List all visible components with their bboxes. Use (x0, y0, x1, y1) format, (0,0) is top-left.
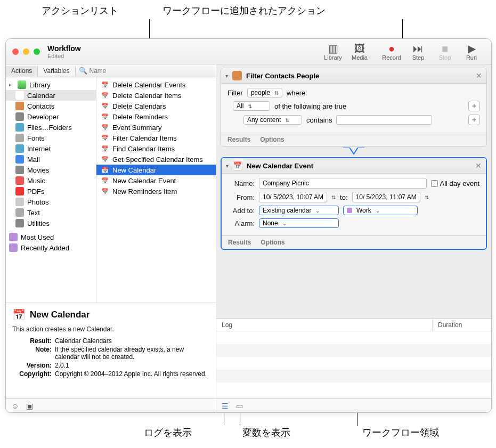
disclosure-icon[interactable]: ▾ (226, 163, 229, 169)
library-toolbar-button[interactable]: ▥Library (320, 43, 346, 61)
action-new-calendar[interactable]: 📅New Calendar (96, 165, 216, 175)
sidebar-item-photos[interactable]: Photos (6, 197, 96, 207)
close-window-button[interactable] (12, 48, 19, 55)
category-icon (15, 102, 24, 110)
step-toolbar-button[interactable]: ⏭Step (405, 43, 432, 61)
sidebar-item-pdfs[interactable]: PDFs (6, 186, 96, 197)
sidebar-item-calendar[interactable]: Calendar (6, 90, 96, 101)
sidebar-item-contacts[interactable]: Contacts (6, 101, 96, 111)
action-label: New Calendar (112, 166, 156, 174)
from-date-input[interactable]: 10/ 5/2023, 10:07 AM (259, 192, 327, 202)
window-controls (12, 48, 40, 55)
add-to-select[interactable]: Existing calendar (259, 206, 339, 215)
action-event-summary[interactable]: 📅Event Summary (96, 122, 216, 133)
search-input[interactable] (87, 66, 213, 76)
sidebar-item-mail[interactable]: Mail (6, 154, 96, 165)
sidebar-item-text[interactable]: Text (6, 207, 96, 218)
tab-actions[interactable]: Actions (6, 66, 38, 76)
action-label: Event Summary (112, 124, 161, 132)
action-new-reminders-item[interactable]: 📅New Reminders Item (96, 186, 216, 197)
media-toolbar-button[interactable]: 🖼Media (346, 43, 373, 61)
sidebar-icon: ▥ (328, 43, 338, 54)
calendar-icon: 📅 (101, 176, 109, 185)
sidebar-smart-mostused[interactable]: Most Used (6, 232, 96, 242)
tab-variables[interactable]: Variables (38, 66, 75, 76)
action-get-specified-calendar-items[interactable]: 📅Get Specified Calendar Items (96, 154, 216, 165)
options-tab[interactable]: Options (260, 136, 284, 143)
alarm-select[interactable]: None (259, 218, 339, 228)
sidebar-item-label: Utilities (27, 219, 50, 227)
action-delete-reminders[interactable]: 📅Delete Reminders (96, 111, 216, 122)
action-new-calendar-event[interactable]: 📅New Calendar Event (96, 175, 216, 186)
filter-target-select[interactable]: people (247, 88, 282, 97)
toggle-info-icon[interactable]: ▣ (26, 402, 33, 410)
contacts-icon (232, 71, 242, 80)
log-column-header[interactable]: Log (216, 319, 433, 331)
calendar-icon: 📅 (233, 161, 242, 170)
sidebar-item-label: Most Used (21, 233, 54, 241)
category-icon (15, 123, 24, 132)
event-name-input[interactable]: Company Picnic (259, 178, 427, 189)
sidebar-item-movies[interactable]: Movies (6, 165, 96, 175)
window-subtitle: Edited (47, 53, 81, 59)
sidebar-item-label: Mail (27, 156, 40, 164)
show-variables-button[interactable]: ▭ (236, 402, 243, 410)
remove-action-button[interactable]: ✕ (475, 161, 482, 170)
calendar-icon: 📅 (101, 80, 109, 89)
category-icon (15, 112, 24, 121)
record-toolbar-button[interactable]: ●Record (378, 43, 405, 61)
sidebar-item-fonts[interactable]: Fonts (6, 133, 96, 143)
action-label: Delete Reminders (112, 113, 168, 121)
action-label: Filter Calendar Items (112, 134, 177, 142)
all-any-select[interactable]: All (233, 101, 270, 111)
sidebar-item-label: Photos (27, 198, 48, 206)
stop-toolbar-button[interactable]: ■Stop (432, 43, 458, 61)
options-tab[interactable]: Options (261, 239, 284, 246)
duration-column-header[interactable]: Duration (433, 319, 491, 331)
action-delete-calendar-items[interactable]: 📅Delete Calendar Items (96, 90, 216, 101)
stepper-icon[interactable]: ⇅ (331, 194, 336, 200)
stepper-icon[interactable]: ⇅ (425, 194, 429, 200)
sidebar-item-label: Files…Folders (27, 124, 72, 132)
sidebar-item-internet[interactable]: Internet (6, 143, 96, 154)
zoom-window-button[interactable] (34, 48, 40, 55)
workflow-area[interactable]: ▾ Filter Contacts People ✕ Filter people… (216, 64, 491, 319)
action-find-calendar-items[interactable]: 📅Find Calendar Items (96, 143, 216, 154)
remove-action-button[interactable]: ✕ (476, 71, 482, 80)
results-tab[interactable]: Results (228, 239, 251, 246)
contains-value-input[interactable] (336, 115, 432, 125)
sidebar-item-utilities[interactable]: Utilities (6, 218, 96, 229)
show-log-button[interactable]: ☰ (222, 402, 229, 410)
log-panel: Log Duration (216, 319, 491, 398)
run-toolbar-button[interactable]: ▶Run (458, 43, 485, 61)
property-select[interactable]: Any content (243, 115, 302, 125)
add-rule-button[interactable]: ＋ (468, 101, 480, 111)
category-icon (15, 176, 24, 185)
add-condition-button[interactable]: ＋ (468, 115, 480, 125)
action-filter-calendar-items[interactable]: 📅Filter Calendar Items (96, 133, 216, 143)
calendar-select[interactable]: Work (343, 206, 418, 215)
search-field[interactable]: 🔍 (76, 66, 216, 76)
results-tab[interactable]: Results (227, 136, 250, 143)
sidebar-item-filesfolders[interactable]: Files…Folders (6, 122, 96, 133)
disclosure-icon[interactable]: ▾ (225, 73, 228, 79)
calendar-icon: 📅 (101, 123, 109, 132)
action-delete-calendars[interactable]: 📅Delete Calendars (96, 101, 216, 111)
sidebar-header-library[interactable]: Library (6, 79, 96, 90)
category-icon (15, 198, 24, 206)
sidebar-smart-recentlyadded[interactable]: Recently Added (6, 242, 96, 253)
sidebar-item-label: Calendar (27, 92, 55, 100)
smile-icon[interactable]: ☺ (11, 402, 19, 410)
calendar-icon: 📅 (101, 134, 109, 142)
annotation-added-action: ワークフローに追加されたアクション (162, 4, 326, 17)
left-footer: ☺ ▣ (6, 398, 216, 412)
action-label: Delete Calendars (112, 102, 166, 110)
to-date-input[interactable]: 10/ 5/2023, 11:07 AM (352, 192, 420, 202)
minimize-window-button[interactable] (23, 48, 29, 55)
action-delete-calendar-events[interactable]: 📅Delete Calendar Events (96, 79, 216, 90)
sidebar-item-label: Contacts (27, 102, 54, 110)
sidebar-item-label: Internet (27, 145, 51, 153)
all-day-checkbox[interactable]: All day event (431, 180, 479, 188)
sidebar-item-music[interactable]: Music (6, 175, 96, 186)
sidebar-item-developer[interactable]: Developer (6, 111, 96, 122)
